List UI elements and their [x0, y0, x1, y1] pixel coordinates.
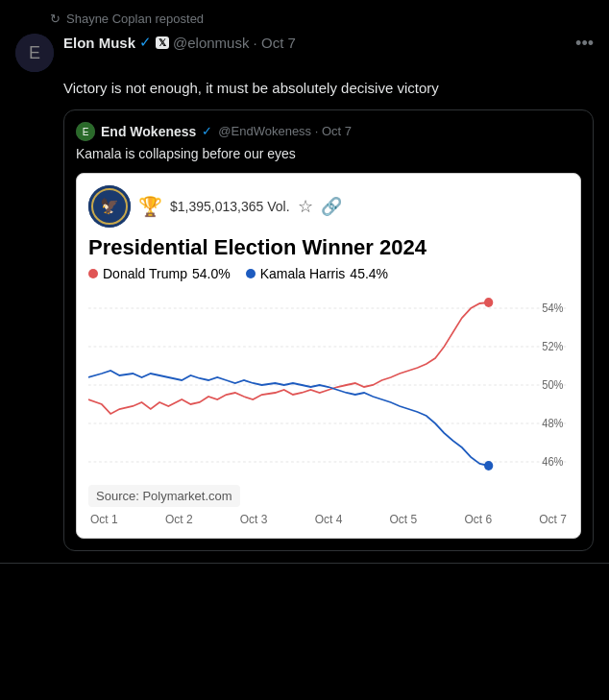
display-name[interactable]: Elon Musk [63, 35, 135, 51]
svg-text:E: E [29, 43, 40, 62]
x-badge: 𝕏 [156, 36, 169, 49]
svg-point-18 [484, 461, 493, 471]
svg-text:52%: 52% [542, 341, 563, 352]
more-options-button[interactable]: ••• [575, 34, 594, 54]
quoted-avatar: E [76, 122, 95, 141]
avatar[interactable]: E [15, 34, 54, 72]
svg-point-17 [484, 298, 493, 307]
chart-header: 🦅 🏆 $1,395,013,365 Vol. ☆ 🔗 [88, 185, 569, 228]
harris-label: Kamala Harris [260, 266, 346, 281]
link-icon[interactable]: 🔗 [321, 196, 342, 217]
svg-text:48%: 48% [542, 418, 563, 429]
x-label-oct4: Oct 4 [315, 513, 343, 526]
trump-label: Donald Trump [103, 266, 187, 281]
quoted-tweet[interactable]: E End Wokeness ✓ @EndWokeness · Oct 7 Ka… [63, 109, 594, 552]
chart-source: Source: Polymarket.com [88, 485, 240, 507]
quoted-verified-icon: ✓ [202, 124, 212, 138]
quoted-handle-date: @EndWokeness · Oct 7 [218, 124, 352, 138]
x-label-oct5: Oct 5 [390, 513, 418, 526]
legend-harris: Kamala Harris 45.4% [246, 266, 388, 281]
quoted-display-name: End Wokeness [101, 124, 196, 139]
chart-legend: Donald Trump 54.0% Kamala Harris 45.4% [88, 266, 569, 281]
verified-icon: ✓ [139, 34, 152, 51]
trump-dot [88, 269, 98, 278]
svg-text:46%: 46% [542, 456, 563, 468]
volume-text: $1,395,013,365 Vol. [170, 199, 290, 214]
repost-line: ↻ Shayne Coplan reposted [50, 12, 594, 26]
svg-text:E: E [83, 127, 89, 137]
handle-date: @elonmusk · Oct 7 [173, 35, 296, 51]
tweet-header: E Elon Musk ✓ 𝕏 @elonmusk · Oct 7 ••• [15, 34, 594, 72]
harris-dot [246, 269, 256, 278]
quoted-tweet-text: Kamala is collapsing before our eyes [64, 145, 593, 174]
quoted-tweet-header: E End Wokeness ✓ @EndWokeness · Oct 7 [64, 110, 593, 145]
x-label-oct7: Oct 7 [539, 513, 567, 526]
chart-x-axis: Oct 1 Oct 2 Oct 3 Oct 4 Oct 5 Oct 6 Oct … [88, 513, 569, 526]
x-label-oct1: Oct 1 [90, 513, 118, 526]
chart-svg: 54% 52% 50% 48% 46% [88, 289, 569, 481]
chart-header-right: 🏆 $1,395,013,365 Vol. ☆ 🔗 [138, 195, 569, 218]
star-icon[interactable]: ☆ [298, 196, 313, 217]
svg-text:🦅: 🦅 [100, 197, 119, 215]
chart-card: 🦅 🏆 $1,395,013,365 Vol. ☆ 🔗 Presidential… [76, 173, 581, 539]
x-label-oct6: Oct 6 [464, 513, 492, 526]
repost-label: Shayne Coplan reposted [66, 12, 204, 26]
tweet-text: Victory is not enough, it must be absolu… [63, 78, 594, 100]
chart-area: 54% 52% 50% 48% 46% [88, 289, 569, 481]
chart-title: Presidential Election Winner 2024 [88, 235, 569, 260]
trophy-icon: 🏆 [138, 195, 162, 218]
presidential-seal-icon: 🦅 [88, 185, 131, 228]
trump-pct: 54.0% [192, 266, 231, 281]
svg-text:50%: 50% [542, 379, 563, 391]
tweet-container: ↻ Shayne Coplan reposted E Elon Musk ✓ 𝕏… [0, 0, 609, 564]
svg-text:54%: 54% [542, 302, 563, 314]
legend-trump: Donald Trump 54.0% [88, 266, 231, 281]
x-label-oct3: Oct 3 [240, 513, 268, 526]
repost-icon: ↻ [50, 12, 61, 26]
x-label-oct2: Oct 2 [165, 513, 193, 526]
harris-pct: 45.4% [350, 266, 388, 281]
tweet-meta: Elon Musk ✓ 𝕏 @elonmusk · Oct 7 [63, 34, 566, 51]
